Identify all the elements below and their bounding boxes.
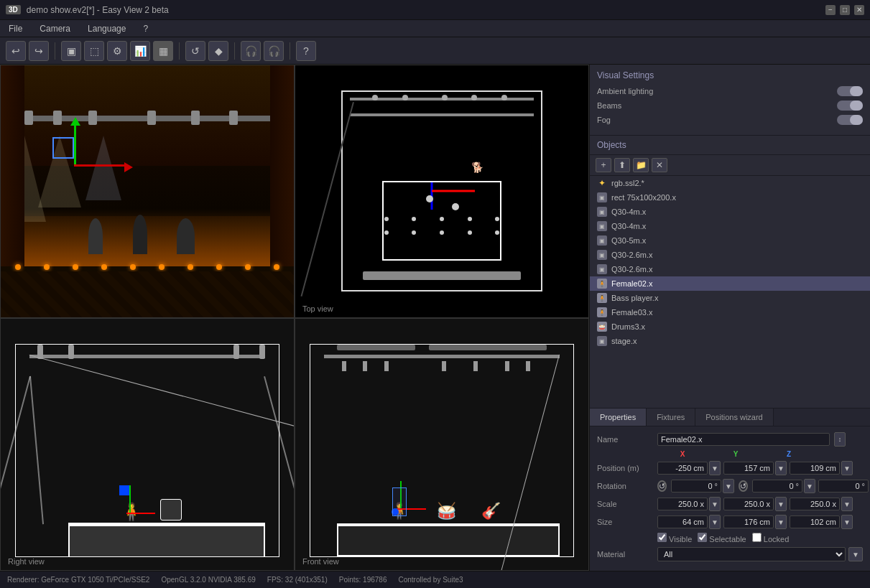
add-object-button[interactable]: + bbox=[596, 158, 611, 172]
visible-checkbox[interactable] bbox=[657, 533, 667, 542]
pos-x-step-btn[interactable]: ▼ bbox=[709, 461, 721, 475]
obj-name-4: Q30-4m.x bbox=[611, 222, 646, 230]
objects-section: Objects + ⬆ 📁 ✕ ✦ rgb.ssl2.* ▣ rect 75x1… bbox=[590, 136, 870, 408]
obj-icon-2: ▣ bbox=[597, 192, 607, 202]
pos-z-step-btn[interactable]: ▼ bbox=[841, 461, 853, 475]
size-z-step-btn[interactable]: ▼ bbox=[841, 515, 853, 529]
obj-item-10[interactable]: 🧍 Female03.x bbox=[590, 305, 870, 319]
viewport-top[interactable]: 🐕 bbox=[295, 65, 589, 318]
snap-button[interactable]: ◆ bbox=[208, 41, 228, 61]
beam-3 bbox=[85, 136, 121, 200]
tab-fixtures[interactable]: Fixtures bbox=[647, 409, 695, 426]
grid-button[interactable]: ▦ bbox=[153, 41, 173, 61]
pos-y-step-btn[interactable]: ▼ bbox=[775, 461, 787, 475]
light-fixture-1 bbox=[24, 111, 33, 125]
rotate-button[interactable]: ↺ bbox=[185, 41, 205, 61]
figure-2 bbox=[133, 215, 147, 254]
obj-item-2[interactable]: ▣ rect 75x100x200.x bbox=[590, 190, 870, 205]
beams-row: Beams bbox=[597, 101, 863, 111]
fog-toggle[interactable] bbox=[837, 115, 863, 125]
name-input[interactable] bbox=[657, 433, 830, 446]
size-y-step-btn[interactable]: ▼ bbox=[775, 515, 787, 529]
properties-section: Properties Fixtures Positions wizard Nam… bbox=[590, 408, 870, 571]
ambient-lighting-thumb bbox=[850, 86, 863, 96]
headphone-right-button[interactable]: 🎧 bbox=[264, 41, 284, 61]
selectable-label: Selectable bbox=[698, 533, 746, 543]
td-floor-dots-1 bbox=[372, 217, 511, 221]
viewport-right[interactable]: 🧍 Right view bbox=[0, 318, 295, 571]
floor-light-5 bbox=[130, 264, 136, 270]
undo-button[interactable]: ↩ bbox=[6, 41, 26, 61]
obj-item-4[interactable]: ▣ Q30-4m.x bbox=[590, 219, 870, 233]
tab-positions-wizard[interactable]: Positions wizard bbox=[695, 409, 773, 426]
export-object-button[interactable]: ⬆ bbox=[614, 158, 630, 172]
help-button[interactable]: ? bbox=[296, 41, 316, 61]
select-button[interactable]: ▣ bbox=[61, 41, 81, 61]
pos-z-input[interactable] bbox=[790, 462, 840, 475]
obj-item-8[interactable]: 🧍 Female02.x bbox=[590, 276, 870, 291]
objects-toolbar: + ⬆ 📁 ✕ bbox=[590, 155, 870, 176]
size-x-step-btn[interactable]: ▼ bbox=[709, 515, 721, 529]
obj-item-1[interactable]: ✦ rgb.ssl2.* bbox=[590, 176, 870, 190]
box-select-button[interactable]: ⬚ bbox=[84, 41, 104, 61]
close-button[interactable]: ✕ bbox=[854, 5, 864, 15]
rot-x-input[interactable] bbox=[671, 480, 721, 493]
fog-row: Fog bbox=[597, 115, 863, 125]
obj-icon-11: 🥁 bbox=[597, 322, 607, 332]
material-select[interactable]: All bbox=[657, 547, 846, 561]
stats-button[interactable]: 📊 bbox=[130, 41, 150, 61]
menu-file[interactable]: File bbox=[6, 22, 25, 35]
material-step-btn[interactable]: ▼ bbox=[848, 547, 863, 561]
size-y-input[interactable] bbox=[723, 515, 774, 528]
menu-language[interactable]: Language bbox=[85, 22, 129, 35]
obj-item-12[interactable]: ▣ stage.x bbox=[590, 334, 870, 348]
obj-item-9[interactable]: 🧍 Bass player.x bbox=[590, 291, 870, 305]
size-x-input[interactable] bbox=[657, 515, 708, 528]
td-truss-2 bbox=[350, 113, 534, 116]
obj-item-5[interactable]: ▣ Q30-5m.x bbox=[590, 233, 870, 248]
minimize-button[interactable]: − bbox=[825, 5, 836, 15]
scale-z-input[interactable] bbox=[790, 498, 840, 510]
size-z-input[interactable] bbox=[790, 515, 840, 528]
pos-y-input[interactable] bbox=[723, 462, 774, 475]
viewport-front[interactable]: 🧍 🥁 🎸 Front view bbox=[295, 318, 589, 571]
pos-x-input[interactable] bbox=[657, 462, 708, 475]
scale-y-input[interactable] bbox=[723, 498, 774, 510]
obj-item-7[interactable]: ▣ Q30-2.6m.x bbox=[590, 262, 870, 276]
scale-z-step-btn[interactable]: ▼ bbox=[841, 497, 853, 511]
ambient-lighting-toggle[interactable] bbox=[837, 86, 863, 96]
redo-button[interactable]: ↪ bbox=[29, 41, 49, 61]
rot-y-input[interactable] bbox=[752, 480, 802, 493]
scale-y-step-btn[interactable]: ▼ bbox=[775, 497, 787, 511]
obj-item-6[interactable]: ▣ Q30-2.6m.x bbox=[590, 248, 870, 262]
floor-light-4 bbox=[101, 264, 107, 270]
fv-truss-section-1 bbox=[337, 345, 416, 350]
menu-help[interactable]: ? bbox=[140, 22, 151, 35]
locked-label: Locked bbox=[752, 533, 790, 543]
delete-object-button[interactable]: ✕ bbox=[652, 158, 667, 172]
obj-name-5: Q30-5m.x bbox=[611, 236, 646, 245]
folder-button[interactable]: 📁 bbox=[633, 158, 649, 172]
locked-checkbox[interactable] bbox=[752, 533, 762, 542]
beams-toggle[interactable] bbox=[837, 101, 863, 111]
obj-item-11[interactable]: 🥁 Drums3.x bbox=[590, 319, 870, 334]
maximize-button[interactable]: □ bbox=[840, 5, 850, 15]
headphone-left-button[interactable]: 🎧 bbox=[241, 41, 261, 61]
name-scroll-btn[interactable]: ↕ bbox=[834, 432, 846, 447]
rot-z-input[interactable] bbox=[818, 480, 869, 493]
menu-camera[interactable]: Camera bbox=[37, 22, 73, 35]
selectable-checkbox[interactable] bbox=[698, 533, 707, 542]
viewports-area: 🐕 bbox=[0, 65, 590, 571]
fv-selection-highlight bbox=[392, 487, 407, 516]
scale-x-input[interactable] bbox=[657, 498, 708, 510]
light-fixture-4 bbox=[147, 111, 156, 125]
rot-x-step-btn[interactable]: ▼ bbox=[723, 479, 734, 493]
rv-gizmo-blue bbox=[119, 485, 129, 495]
tab-properties[interactable]: Properties bbox=[590, 409, 647, 426]
viewport-3d[interactable] bbox=[0, 65, 295, 318]
obj-item-3[interactable]: ▣ Q30-4m.x bbox=[590, 205, 870, 219]
rot-y-step-btn[interactable]: ▼ bbox=[804, 479, 815, 493]
fv-fix-5 bbox=[473, 361, 478, 371]
settings-button[interactable]: ⚙ bbox=[107, 41, 127, 61]
scale-x-step-btn[interactable]: ▼ bbox=[709, 497, 721, 511]
